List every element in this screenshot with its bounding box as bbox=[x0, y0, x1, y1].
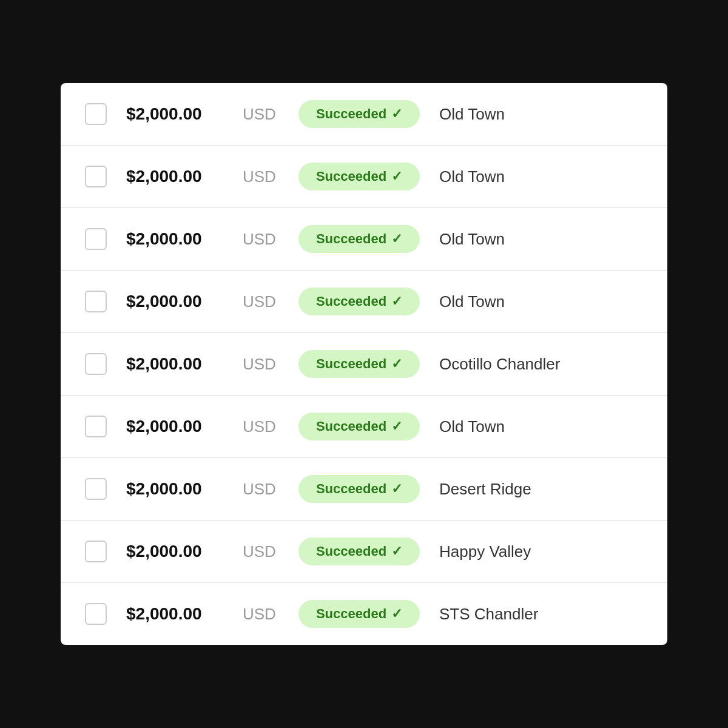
row-status-badge-1: Succeeded ✓ bbox=[298, 100, 420, 128]
checkmark-icon: ✓ bbox=[391, 356, 402, 372]
checkmark-icon: ✓ bbox=[391, 419, 402, 434]
checkmark-icon: ✓ bbox=[391, 231, 402, 247]
list-item: $2,000.00 USD Succeeded ✓ STS Chandler bbox=[61, 583, 667, 645]
row-status-badge-9: Succeeded ✓ bbox=[298, 600, 420, 628]
row-checkbox-9[interactable] bbox=[85, 603, 107, 625]
row-status-badge-3: Succeeded ✓ bbox=[298, 225, 420, 253]
row-location-5: Ocotillo Chandler bbox=[439, 355, 560, 374]
list-item: $2,000.00 USD Succeeded ✓ Old Town bbox=[61, 396, 667, 458]
row-amount-1: $2,000.00 bbox=[126, 104, 223, 124]
row-location-4: Old Town bbox=[439, 292, 505, 311]
checkmark-icon: ✓ bbox=[391, 606, 402, 622]
row-checkbox-1[interactable] bbox=[85, 103, 107, 125]
row-currency-7: USD bbox=[243, 480, 279, 499]
row-checkbox-5[interactable] bbox=[85, 353, 107, 375]
row-location-1: Old Town bbox=[439, 105, 505, 124]
checkmark-icon: ✓ bbox=[391, 544, 402, 559]
row-location-6: Old Town bbox=[439, 417, 505, 436]
row-location-8: Happy Valley bbox=[439, 542, 531, 561]
list-item: $2,000.00 USD Succeeded ✓ Ocotillo Chand… bbox=[61, 333, 667, 396]
row-status-badge-5: Succeeded ✓ bbox=[298, 350, 420, 378]
list-item: $2,000.00 USD Succeeded ✓ Old Town bbox=[61, 146, 667, 208]
row-currency-6: USD bbox=[243, 417, 279, 436]
row-checkbox-7[interactable] bbox=[85, 478, 107, 500]
row-amount-6: $2,000.00 bbox=[126, 417, 223, 436]
row-status-badge-2: Succeeded ✓ bbox=[298, 163, 420, 190]
row-amount-8: $2,000.00 bbox=[126, 542, 223, 561]
row-location-9: STS Chandler bbox=[439, 605, 538, 624]
transaction-list: $2,000.00 USD Succeeded ✓ Old Town $2,00… bbox=[61, 83, 667, 645]
row-currency-9: USD bbox=[243, 605, 279, 624]
row-status-badge-7: Succeeded ✓ bbox=[298, 475, 420, 503]
row-status-badge-4: Succeeded ✓ bbox=[298, 288, 420, 315]
row-status-badge-6: Succeeded ✓ bbox=[298, 413, 420, 440]
row-status-badge-8: Succeeded ✓ bbox=[298, 538, 420, 565]
row-amount-2: $2,000.00 bbox=[126, 167, 223, 186]
row-currency-3: USD bbox=[243, 230, 279, 249]
row-currency-1: USD bbox=[243, 105, 279, 124]
list-item: $2,000.00 USD Succeeded ✓ Desert Ridge bbox=[61, 458, 667, 521]
checkmark-icon: ✓ bbox=[391, 106, 402, 122]
row-location-2: Old Town bbox=[439, 167, 505, 186]
row-checkbox-6[interactable] bbox=[85, 416, 107, 437]
row-currency-8: USD bbox=[243, 542, 279, 561]
checkmark-icon: ✓ bbox=[391, 481, 402, 497]
row-currency-5: USD bbox=[243, 355, 279, 374]
row-currency-2: USD bbox=[243, 167, 279, 186]
row-amount-9: $2,000.00 bbox=[126, 604, 223, 624]
checkmark-icon: ✓ bbox=[391, 169, 402, 184]
list-item: $2,000.00 USD Succeeded ✓ Old Town bbox=[61, 271, 667, 333]
row-amount-4: $2,000.00 bbox=[126, 292, 223, 311]
row-amount-5: $2,000.00 bbox=[126, 354, 223, 374]
row-checkbox-2[interactable] bbox=[85, 166, 107, 187]
row-amount-7: $2,000.00 bbox=[126, 479, 223, 499]
row-checkbox-3[interactable] bbox=[85, 228, 107, 250]
row-location-7: Desert Ridge bbox=[439, 480, 531, 499]
row-checkbox-4[interactable] bbox=[85, 291, 107, 312]
list-item: $2,000.00 USD Succeeded ✓ Old Town bbox=[61, 208, 667, 271]
row-currency-4: USD bbox=[243, 292, 279, 311]
row-amount-3: $2,000.00 bbox=[126, 229, 223, 249]
row-location-3: Old Town bbox=[439, 230, 505, 249]
row-checkbox-8[interactable] bbox=[85, 541, 107, 562]
list-item: $2,000.00 USD Succeeded ✓ Happy Valley bbox=[61, 521, 667, 583]
checkmark-icon: ✓ bbox=[391, 294, 402, 309]
list-item: $2,000.00 USD Succeeded ✓ Old Town bbox=[61, 83, 667, 146]
